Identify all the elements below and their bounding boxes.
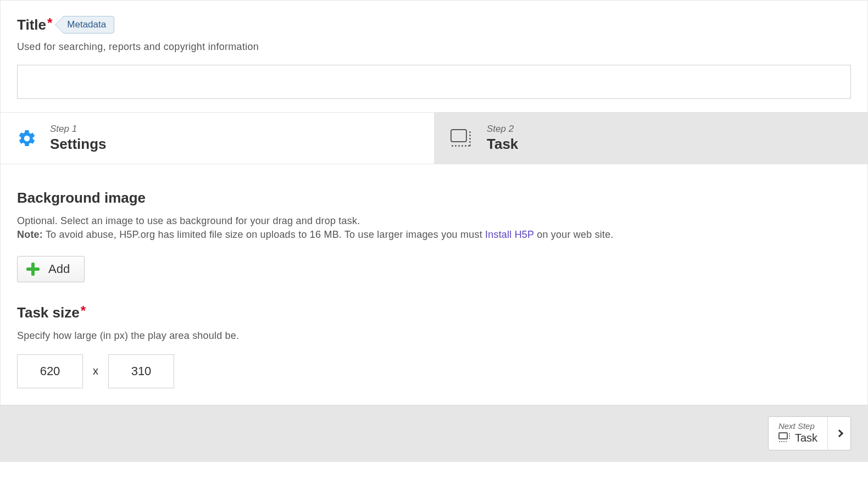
steps-tabs: Step 1 Settings Step 2 Task xyxy=(1,112,867,164)
metadata-tag-label: Metadata xyxy=(67,19,106,30)
background-image-description: Optional. Select an image to use as back… xyxy=(17,214,851,242)
step-1-name: Settings xyxy=(50,136,107,153)
required-asterisk: * xyxy=(81,303,86,318)
task-width-input[interactable] xyxy=(17,354,83,388)
step-2-name: Task xyxy=(487,136,518,153)
monitor-icon xyxy=(450,129,474,148)
step-1-settings[interactable]: Step 1 Settings xyxy=(1,113,434,164)
plus-icon xyxy=(26,263,40,276)
next-step-name: Task xyxy=(795,432,817,444)
title-input[interactable] xyxy=(17,65,851,99)
step-1-label: Step 1 xyxy=(50,124,107,135)
task-size-heading: Task size* xyxy=(17,304,851,321)
dimension-separator: x xyxy=(93,365,98,377)
next-step-label: Next Step xyxy=(778,421,815,431)
add-button-label: Add xyxy=(48,262,70,276)
title-description: Used for searching, reports and copyrigh… xyxy=(17,41,851,53)
title-label: Title* xyxy=(17,16,52,34)
task-height-input[interactable] xyxy=(108,354,174,388)
metadata-tag-button[interactable]: Metadata xyxy=(62,16,114,34)
step-2-task[interactable]: Step 2 Task xyxy=(434,113,867,164)
required-asterisk: * xyxy=(47,15,52,30)
monitor-icon xyxy=(778,432,792,443)
next-step-arrow xyxy=(827,417,850,450)
task-size-description: Specify how large (in px) the play area … xyxy=(17,329,851,343)
chevron-right-icon xyxy=(835,429,843,437)
add-button[interactable]: Add xyxy=(17,256,85,282)
step-2-label: Step 2 xyxy=(487,124,518,135)
gear-icon xyxy=(17,129,37,148)
next-step-button[interactable]: Next Step Task xyxy=(768,416,851,450)
install-h5p-link[interactable]: Install H5P xyxy=(485,229,534,240)
background-image-heading: Background image xyxy=(17,189,851,207)
